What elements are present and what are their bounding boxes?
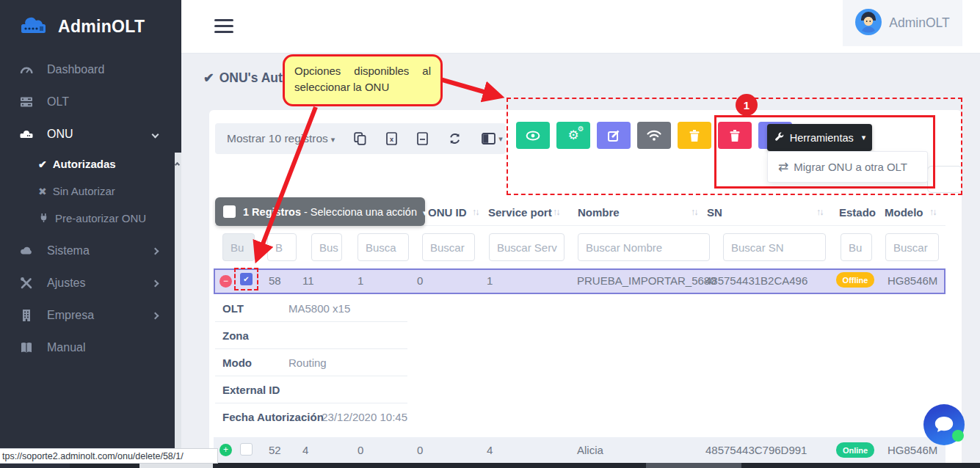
horizontal-scrollbar[interactable] [741,463,980,468]
sidebar-subitem-sin-autorizar[interactable]: ✖ Sin Autorizar [0,178,181,205]
sidebar-scrollbar[interactable] [175,153,181,468]
background-input-partial [927,166,962,193]
cell-nombre: Alicia [577,444,603,456]
collapse-row-icon[interactable]: − [219,275,232,288]
status-badge-online: Online [836,442,874,458]
filter-input-estado[interactable] [841,233,872,261]
expand-row-icon[interactable]: + [219,444,232,456]
columns-visibility-icon[interactable]: ▾ [482,133,503,145]
filter-input-id[interactable] [311,233,342,261]
herramientas-button[interactable]: Herramientas ▾ [767,124,872,151]
hamburger-menu-icon[interactable] [214,19,233,37]
sidebar-item-empresa[interactable]: Empresa [0,299,181,332]
horizontal-scrollbar-track[interactable] [139,463,213,468]
edit-button[interactable] [597,122,631,149]
browser-status-url: tps://soporte2.adminolt.com/onu/delete/5… [0,448,218,464]
detail-row: Zona [215,322,407,349]
avatar [855,9,882,38]
view-button[interactable] [516,122,550,149]
row-checkbox[interactable] [240,443,253,456]
cell-id: 52 [269,444,281,456]
sort-icon[interactable]: ↑↓ [929,207,936,217]
col-header-service-port[interactable]: Service port [488,206,552,219]
chat-online-dot [952,430,964,442]
file-export-icon[interactable] [417,132,428,145]
filter-input-checkbox-col[interactable] [267,233,297,261]
sidebar-item-onu[interactable]: ONU [0,118,181,150]
sidebar: AdminOLT Dashboard OLT ONU [0,0,181,468]
filter-input-nombre[interactable] [578,233,710,261]
gauge-icon [18,62,35,77]
sidebar-item-label: ONU [47,128,73,141]
modem-icon [18,127,35,142]
filter-input-slot[interactable] [357,233,409,261]
sidebar-item-sistema[interactable]: Sistema [0,235,181,267]
sort-icon[interactable]: ↑↓ [472,207,479,217]
cell-port: 1 [357,274,363,287]
cell-modelo: HG8546M [888,444,937,456]
sidebar-item-label: Sistema [47,244,90,257]
server-icon [18,95,35,109]
filter-input-onu-id[interactable] [422,233,475,261]
filter-input-expander [222,233,255,261]
filter-input-service-port[interactable] [489,233,565,261]
chevron-down-icon [152,131,159,138]
refresh-icon[interactable] [448,132,462,145]
config-button[interactable]: ⚙⚙ [556,122,590,149]
sidebar-subitem-label: Autorizadas [53,158,116,170]
copy-icon[interactable] [354,132,366,145]
topbar: AdminOLT [181,0,980,54]
sidebar-item-ajustes[interactable]: Ajustes [0,267,181,299]
sidebar-subitem-pre-autorizar[interactable]: Pre-autorizar ONU [0,205,181,232]
logo[interactable]: AdminOLT [0,0,181,40]
selection-action-bar[interactable]: 1 Registros - Selecciona una acción ▾ [215,197,425,226]
annotation-tooltip: Opciones disponibles al seleccionar la O… [283,54,443,106]
col-header-sn[interactable]: SN [707,206,722,219]
cell-nombre: PRUEBA_IMPORTAR_5680 [577,274,716,287]
swap-arrows-icon: ⇄ [778,159,788,175]
cell-service-port: 1 [487,274,493,287]
soft-delete-button[interactable] [678,122,711,149]
plug-icon [38,212,49,225]
cell-onu-id: 0 [417,444,423,456]
horizontal-scrollbar[interactable] [213,463,646,468]
svg-text:x: x [390,136,393,143]
sort-icon[interactable]: ↑↓ [691,207,697,217]
sidebar-item-olt[interactable]: OLT [0,86,181,118]
cell-sn: 48575443C796D991 [705,444,807,456]
check-icon: ✔ [38,158,47,170]
filter-input-sn[interactable] [723,233,826,261]
chat-bubble-icon [934,416,954,434]
caret-down-icon: ▾ [423,208,427,217]
horizontal-scrollbar-thumb[interactable] [646,463,741,468]
x-icon: ✖ [38,186,47,197]
col-header-modelo[interactable]: Modelo [885,206,923,219]
select-all-checkbox[interactable] [223,205,236,218]
filter-input-modelo[interactable] [885,233,939,261]
cloud-logo-icon [16,13,51,40]
sort-icon[interactable]: ↑↓ [553,207,559,217]
wifi-button[interactable] [637,122,671,149]
row-checkbox-checked[interactable]: ✔ [240,273,253,285]
user-menu[interactable]: AdminOLT [843,0,962,46]
excel-export-icon[interactable]: x [386,132,397,145]
row-action-buttons: ⚙⚙ [516,122,792,149]
col-header-onu-id[interactable]: ONU ID [428,206,467,219]
sort-icon[interactable]: ↑↓ [816,207,823,217]
cell-slot: 4 [302,444,308,456]
scroll-up-arrow[interactable] [175,162,180,167]
sidebar-item-manual[interactable]: Manual [0,332,181,364]
col-header-nombre[interactable]: Nombre [578,206,620,219]
delete-button[interactable] [718,122,752,149]
col-header-estado[interactable]: Estado [839,206,876,219]
migrar-onu-menu-item[interactable]: ⇄ Migrar ONU a otra OLT [778,159,907,175]
row-details: OLTMA5800 x15 Zona ModoRouting External … [215,295,407,431]
cell-onu-id: 0 [417,274,423,287]
cell-slot: 11 [302,274,314,287]
page-title: ✔ ONU's Aut [203,70,283,86]
caret-down-icon: ▾ [498,134,503,144]
show-records-dropdown[interactable]: Mostrar 10 registros▾ [227,132,335,145]
sidebar-subitem-autorizadas[interactable]: ✔ Autorizadas [0,150,181,178]
horizontal-scrollbar[interactable] [70,463,139,468]
sidebar-item-dashboard[interactable]: Dashboard [0,54,181,86]
